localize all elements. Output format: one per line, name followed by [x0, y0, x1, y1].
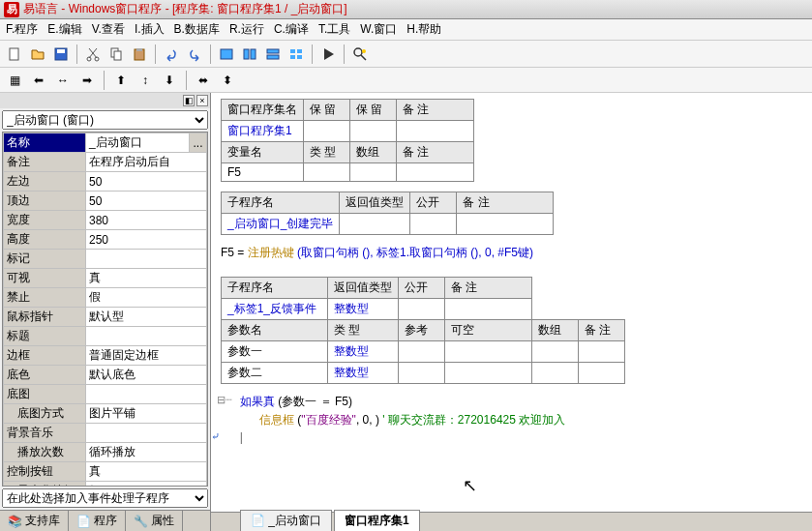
- event-selector[interactable]: 在此处选择加入事件处理子程序: [2, 488, 208, 508]
- find-button[interactable]: [349, 44, 371, 65]
- menu-compile[interactable]: C.编译: [274, 21, 309, 38]
- layout1-button[interactable]: [216, 44, 237, 65]
- svg-point-18: [354, 48, 362, 56]
- code-editor: 窗口程序集名保 留保 留备 注 窗口程序集1 变量名类 型数组备 注 F5 子程…: [211, 93, 812, 531]
- svg-rect-12: [267, 49, 279, 53]
- menu-database[interactable]: B.数据库: [174, 21, 220, 38]
- layout3-button[interactable]: [262, 44, 284, 65]
- menu-tools[interactable]: T.工具: [318, 21, 350, 38]
- document-tabs: 📄 _启动窗口 窗口程序集1: [211, 512, 812, 531]
- code-line-msgbox[interactable]: 信息框 ("百度经验", 0, ) ' 聊天交流群：272016425 欢迎加入: [221, 412, 802, 428]
- grid-icon[interactable]: ▦: [4, 70, 25, 91]
- align-middle-icon[interactable]: ↕: [135, 70, 156, 91]
- main-area: ◧ × _启动窗口 (窗口) 名称_启动窗口...备注在程序启动后自左边50顶边…: [0, 93, 812, 531]
- svg-rect-13: [267, 55, 279, 59]
- svg-rect-11: [251, 49, 256, 59]
- separator: [104, 71, 105, 90]
- menu-program[interactable]: F.程序: [6, 21, 38, 38]
- menu-run[interactable]: R.运行: [229, 21, 264, 38]
- redo-button[interactable]: [184, 44, 205, 65]
- svg-rect-6: [114, 51, 121, 60]
- menu-insert[interactable]: I.插入: [135, 21, 165, 38]
- menu-window[interactable]: W.窗口: [360, 21, 397, 38]
- same-height-icon[interactable]: ⬍: [217, 70, 238, 91]
- new-button[interactable]: [4, 44, 25, 65]
- tab-support-lib[interactable]: 📚 支持库: [0, 511, 69, 531]
- prop-row[interactable]: 播放次数循环播放: [4, 443, 207, 462]
- separator: [155, 44, 156, 64]
- layout2-button[interactable]: [239, 44, 260, 65]
- align-right-icon[interactable]: ➡: [76, 70, 98, 91]
- layout4-button[interactable]: [286, 44, 307, 65]
- undo-button[interactable]: [161, 44, 182, 65]
- mouse-cursor: ↖: [463, 475, 477, 496]
- svg-rect-17: [297, 55, 302, 59]
- align-center-icon[interactable]: ↔: [52, 70, 74, 91]
- code-cursor-line[interactable]: ⤶|: [221, 430, 802, 445]
- svg-rect-10: [244, 49, 249, 59]
- menu-view[interactable]: V.查看: [92, 21, 125, 38]
- tab-program[interactable]: 📄 程序: [69, 511, 126, 531]
- svg-rect-2: [57, 49, 65, 53]
- svg-rect-15: [297, 49, 302, 53]
- copy-button[interactable]: [105, 44, 127, 65]
- tab-startup-window[interactable]: 📄 _启动窗口: [240, 510, 332, 531]
- prop-row[interactable]: 标记: [4, 250, 207, 269]
- svg-rect-8: [136, 48, 142, 51]
- separator: [344, 44, 345, 64]
- prop-row[interactable]: 备注在程序启动后自: [4, 153, 207, 172]
- prop-row[interactable]: 底色默认底色: [4, 366, 207, 385]
- align-bottom-icon[interactable]: ⬇: [159, 70, 180, 91]
- code-line-hotkey[interactable]: F5 = 注册热键 (取窗口句柄 (), 标签1.取窗口句柄 (), 0, #F…: [221, 245, 802, 261]
- code-area[interactable]: 窗口程序集名保 留保 留备 注 窗口程序集1 变量名类 型数组备 注 F5 子程…: [211, 93, 812, 512]
- menu-help[interactable]: H.帮助: [406, 21, 441, 38]
- property-grid[interactable]: 名称_启动窗口...备注在程序启动后自左边50顶边50宽度380高度250标记可…: [2, 132, 208, 487]
- code-line-if[interactable]: ⊟┈如果真 (参数一 ＝ F5): [221, 394, 802, 410]
- app-icon: 易: [4, 2, 19, 17]
- run-button[interactable]: [317, 44, 339, 65]
- open-button[interactable]: [27, 44, 48, 65]
- save-button[interactable]: [50, 44, 72, 65]
- event-select[interactable]: 在此处选择加入事件处理子程序: [2, 488, 208, 508]
- title-bar: 易 易语言 - Windows窗口程序 - [程序集: 窗口程序集1 / _启动…: [0, 0, 812, 19]
- prop-row[interactable]: 最大化按钮假: [4, 482, 207, 487]
- menu-edit[interactable]: E.编辑: [47, 21, 81, 38]
- separator: [186, 71, 187, 90]
- prop-row[interactable]: 高度250: [4, 230, 207, 250]
- prop-row[interactable]: 禁止假: [4, 288, 207, 308]
- toolbar-design: ▦ ⬅ ↔ ➡ ⬆ ↕ ⬇ ⬌ ⬍: [0, 68, 812, 93]
- svg-rect-14: [290, 49, 295, 53]
- panel-close-icon[interactable]: ×: [196, 95, 208, 106]
- prop-row[interactable]: 鼠标指针默认型: [4, 308, 207, 327]
- prop-row[interactable]: 可视真: [4, 269, 207, 288]
- prop-row[interactable]: 左边50: [4, 172, 207, 192]
- svg-point-19: [362, 49, 366, 53]
- align-top-icon[interactable]: ⬆: [110, 70, 132, 91]
- panel-tabs: 📚 支持库 📄 程序 🔧 属性: [0, 510, 210, 531]
- prop-row[interactable]: 名称_启动窗口...: [4, 133, 207, 153]
- cut-button[interactable]: [82, 44, 104, 65]
- same-width-icon[interactable]: ⬌: [193, 70, 214, 91]
- object-selector[interactable]: _启动窗口 (窗口): [2, 110, 208, 130]
- prop-row[interactable]: 标题: [4, 327, 207, 346]
- prop-row[interactable]: 边框普通固定边框: [4, 346, 207, 366]
- prop-row[interactable]: 顶边50: [4, 192, 207, 211]
- paste-button[interactable]: [129, 44, 150, 65]
- align-left-icon[interactable]: ⬅: [28, 70, 49, 91]
- title-text: 易语言 - Windows窗口程序 - [程序集: 窗口程序集1 / _启动窗口…: [23, 1, 347, 17]
- subroutine-table-2: 子程序名返回值类型公开备 注 _标签1_反馈事件整数型 参数名类 型参考可空数组…: [221, 277, 625, 384]
- toolbar-main: [0, 41, 812, 68]
- tab-assembly-1[interactable]: 窗口程序集1: [334, 510, 420, 531]
- separator: [210, 44, 211, 64]
- prop-row[interactable]: 底图: [4, 385, 207, 404]
- separator: [312, 44, 313, 64]
- object-select[interactable]: _启动窗口 (窗口): [2, 110, 208, 130]
- property-panel: ◧ × _启动窗口 (窗口) 名称_启动窗口...备注在程序启动后自左边50顶边…: [0, 93, 211, 531]
- prop-row[interactable]: 底图方式图片平铺: [4, 404, 207, 424]
- tab-property[interactable]: 🔧 属性: [126, 511, 183, 531]
- panel-pin-icon[interactable]: ◧: [183, 95, 195, 106]
- prop-row[interactable]: 控制按钮真: [4, 462, 207, 482]
- panel-header: ◧ ×: [0, 93, 210, 108]
- prop-row[interactable]: 宽度380: [4, 211, 207, 230]
- prop-row[interactable]: 背景音乐: [4, 424, 207, 443]
